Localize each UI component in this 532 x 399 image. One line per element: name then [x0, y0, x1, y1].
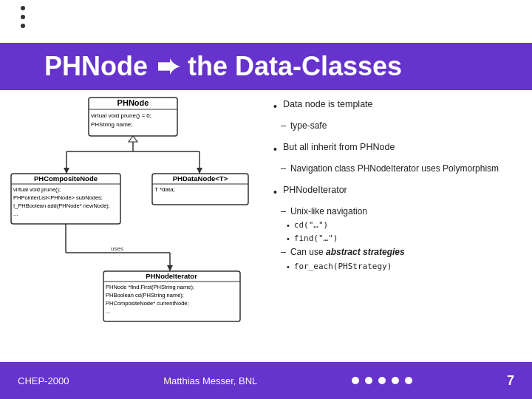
- bullet-dot-1: •: [273, 99, 277, 115]
- svg-text:uses: uses: [111, 245, 123, 252]
- footer-center-label: Matthias Messer, BNL: [163, 375, 257, 386]
- footer-dot-4: [392, 377, 399, 384]
- sub-text-3-2: Can use abstract strategies: [290, 245, 522, 259]
- sub-sub-dot-3-1-1: •: [287, 219, 290, 232]
- svg-marker-26: [167, 265, 173, 271]
- header-bar: PHNode ➨ the Data-Classes: [0, 43, 532, 90]
- bullet-section-1: • Data node is template – type-safe: [273, 98, 522, 133]
- bullet-section-3: • PHNodeIterator – Unix-like navigation …: [273, 183, 522, 273]
- sub-dash-3-1: –: [281, 205, 286, 219]
- svg-text:PHDataNode<T>: PHDataNode<T>: [173, 174, 228, 183]
- svg-text:PHPointerList<PHNode> subNodes: PHPointerList<PHNode> subNodes;: [13, 194, 103, 201]
- svg-text:PHNode: PHNode: [117, 98, 149, 107]
- footer-dot-2: [365, 377, 372, 384]
- sub-sub-text-3-1-2: find("…"): [294, 233, 338, 245]
- svg-text:PHNode *find.First(PHString na: PHNode *find.First(PHString name);: [106, 284, 194, 290]
- sub-dash-1-1: –: [281, 119, 286, 133]
- sub-sub-bullet-3-2-1: • for_each(PHStrategy): [287, 261, 522, 273]
- sub-sub-text-3-1-1: cd("…"): [294, 219, 328, 232]
- title-left: PHNode: [44, 51, 148, 82]
- svg-marker-35: [129, 136, 137, 142]
- footer-dots-group: [352, 377, 412, 384]
- sub-sub-dot-3-1-2: •: [287, 233, 290, 245]
- main-content: PHNode virtual void prune() = 0; PHStrin…: [0, 90, 532, 362]
- footer-page-number: 7: [507, 373, 514, 389]
- sub-bullet-3-2: – Can use abstract strategies: [281, 245, 522, 259]
- footer-dot-5: [405, 377, 412, 384]
- text-area: • Data node is template – type-safe • Bu…: [266, 90, 532, 362]
- bullet-text-1: Data node is template: [283, 98, 522, 115]
- footer-dot-3: [378, 377, 386, 384]
- bullet-dot-3: •: [273, 185, 277, 200]
- sub-text-2-1: Navigation class PHNodeIterator uses Pol…: [290, 162, 522, 176]
- footer-center: Matthias Messer, BNL: [163, 375, 257, 386]
- dot-3: [21, 24, 25, 28]
- bullet-row-3: • PHNodeIterator: [273, 183, 522, 200]
- sub-text-1-1: type-safe: [290, 119, 522, 133]
- diagram-area: PHNode virtual void prune() = 0; PHStrin…: [0, 90, 266, 362]
- sub-sub-dot-3-2-1: •: [287, 261, 290, 273]
- sub-bullet-1-1: – type-safe: [281, 119, 522, 133]
- abstract-strategies-label: abstract strategies: [326, 247, 405, 257]
- svg-text:PHBoolean cd(PHString name);: PHBoolean cd(PHString name);: [106, 292, 184, 299]
- footer-dot-1: [352, 377, 359, 384]
- bullet-text-2: But all inherit from PHNode: [283, 140, 522, 157]
- bullet-row-2: • But all inherit from PHNode: [273, 140, 522, 157]
- svg-text:virtual void prune() = 0;: virtual void prune() = 0;: [91, 112, 151, 119]
- sub-bullet-3-1: – Unix-like navigation: [281, 205, 522, 219]
- bullet-dot-2: •: [273, 142, 277, 157]
- dot-2: [21, 15, 25, 19]
- svg-text:PHCompositeNode: PHCompositeNode: [34, 174, 98, 183]
- slide-title: PHNode ➨ the Data-Classes: [44, 51, 402, 82]
- sub-dash-2-1: –: [281, 162, 286, 176]
- arrow-icon: ➨: [157, 51, 179, 82]
- sub-text-3-1: Unix-like navigation: [290, 205, 522, 219]
- svg-marker-11: [197, 168, 202, 174]
- title-right: the Data-Classes: [188, 51, 402, 82]
- sub-sub-bullet-3-1-2: • find("…"): [287, 233, 522, 245]
- bullet-row-1: • Data node is template: [273, 98, 522, 115]
- sub-dash-3-2: –: [281, 245, 286, 259]
- svg-text:I_PHBoolean add(PHNode* newNod: I_PHBoolean add(PHNode* newNode);: [13, 202, 110, 209]
- svg-text:T *data;: T *data;: [154, 186, 175, 193]
- dot-1: [21, 6, 25, 10]
- bullet-text-3: PHNodeIterator: [283, 183, 522, 200]
- sub-sub-text-3-2-1: for_each(PHStrategy): [294, 261, 392, 273]
- uml-diagram: PHNode virtual void prune() = 0; PHStrin…: [7, 94, 259, 338]
- svg-marker-9: [64, 168, 69, 174]
- svg-text:...: ...: [13, 211, 18, 217]
- sub-bullet-2-1: – Navigation class PHNodeIterator uses P…: [281, 162, 522, 176]
- svg-text:...: ...: [106, 308, 110, 315]
- bullet-section-2: • But all inherit from PHNode – Navigati…: [273, 140, 522, 176]
- svg-text:PHString name;: PHString name;: [91, 121, 132, 128]
- svg-text:PHCompositeNode* currentNode;: PHCompositeNode* currentNode;: [106, 300, 189, 307]
- svg-text:virtual void prune();: virtual void prune();: [13, 186, 61, 193]
- footer-left-label: CHEP-2000: [18, 375, 69, 386]
- sub-sub-bullet-3-1-1: • cd("…"): [287, 219, 522, 232]
- top-decoration: [21, 6, 25, 28]
- svg-text:PHNodeIterator: PHNodeIterator: [146, 272, 197, 280]
- footer: CHEP-2000 Matthias Messer, BNL 7: [0, 362, 532, 399]
